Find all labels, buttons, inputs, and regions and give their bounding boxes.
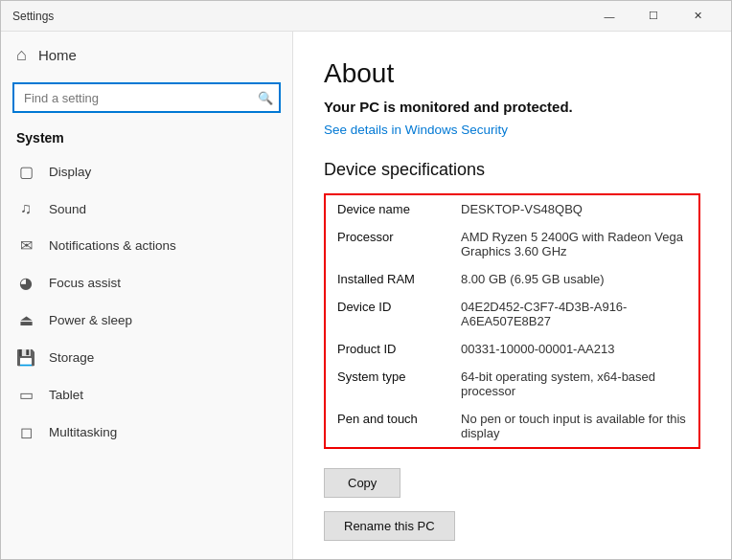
windows-security-link[interactable]: See details in Windows Security (324, 123, 700, 137)
spec-label: Device ID (325, 293, 449, 335)
spec-value: 04E2D452-C3F7-4D3B-A916-A6EA507E8B27 (449, 293, 699, 335)
table-row: Device nameDESKTOP-VS48QBQ (325, 194, 699, 223)
sidebar: ⌂ Home 🔍 System ▢ Display ♫ Sound ✉ Noti… (1, 32, 293, 559)
sidebar-item-multitasking[interactable]: ◻ Multitasking (1, 414, 292, 451)
focus-icon: ◕ (16, 274, 35, 292)
table-row: Device ID04E2D452-C3F7-4D3B-A916-A6EA507… (325, 293, 699, 335)
close-button[interactable]: ✕ (675, 1, 720, 32)
spec-value: 00331-10000-00001-AA213 (449, 335, 699, 363)
spec-label: System type (325, 363, 449, 405)
protection-text: Your PC is monitored and protected. (324, 99, 700, 115)
sound-icon: ♫ (16, 200, 35, 217)
sidebar-item-storage[interactable]: 💾 Storage (1, 339, 292, 376)
sidebar-item-label: Notifications & actions (49, 238, 176, 253)
minimize-button[interactable]: — (587, 1, 631, 32)
rename-pc-button[interactable]: Rename this PC (324, 511, 455, 541)
table-row: Product ID00331-10000-00001-AA213 (325, 335, 699, 363)
sidebar-item-focus[interactable]: ◕ Focus assist (1, 264, 292, 302)
copy-button[interactable]: Copy (324, 468, 400, 498)
sidebar-section-title: System (1, 124, 292, 153)
search-box: 🔍 (12, 82, 281, 113)
display-icon: ▢ (16, 163, 35, 181)
spec-label: Device name (325, 194, 449, 223)
maximize-button[interactable]: ☐ (631, 1, 675, 32)
page-title: About (324, 58, 700, 89)
specs-table: Device nameDESKTOP-VS48QBQProcessorAMD R… (324, 193, 700, 449)
device-specs-title: Device specifications (324, 160, 700, 180)
sidebar-item-power[interactable]: ⏏ Power & sleep (1, 302, 292, 339)
spec-value: DESKTOP-VS48QBQ (449, 194, 699, 223)
spec-value: 8.00 GB (6.95 GB usable) (449, 265, 699, 293)
sidebar-item-label: Sound (49, 202, 86, 216)
content-area: ⌂ Home 🔍 System ▢ Display ♫ Sound ✉ Noti… (1, 32, 731, 559)
notifications-icon: ✉ (16, 236, 35, 255)
sidebar-item-notifications[interactable]: ✉ Notifications & actions (1, 227, 292, 264)
spec-label: Product ID (325, 335, 449, 363)
title-bar: Settings — ☐ ✕ (1, 1, 731, 32)
spec-value: AMD Ryzen 5 2400G with Radeon Vega Graph… (449, 223, 699, 265)
window-title: Settings (12, 10, 587, 23)
tablet-icon: ▭ (16, 386, 35, 404)
spec-label: Processor (325, 223, 449, 265)
search-icon: 🔍 (258, 91, 273, 105)
sidebar-item-display[interactable]: ▢ Display (1, 153, 292, 190)
table-row: System type64-bit operating system, x64-… (325, 363, 699, 405)
power-icon: ⏏ (16, 311, 35, 329)
table-row: ProcessorAMD Ryzen 5 2400G with Radeon V… (325, 223, 699, 265)
sidebar-item-label: Display (49, 165, 91, 179)
multitasking-icon: ◻ (16, 423, 35, 441)
spec-label: Pen and touch (325, 405, 449, 448)
sidebar-item-home[interactable]: ⌂ Home (1, 32, 292, 78)
spec-label: Installed RAM (325, 265, 449, 293)
sidebar-item-label: Power & sleep (49, 313, 132, 327)
table-row: Installed RAM8.00 GB (6.95 GB usable) (325, 265, 699, 293)
main-content: About Your PC is monitored and protected… (293, 32, 731, 559)
sidebar-item-label: Storage (49, 350, 94, 365)
sidebar-item-label: Multitasking (49, 425, 117, 439)
sidebar-item-sound[interactable]: ♫ Sound (1, 190, 292, 227)
spec-value: No pen or touch input is available for t… (449, 405, 699, 448)
table-row: Pen and touchNo pen or touch input is av… (325, 405, 699, 448)
spec-value: 64-bit operating system, x64-based proce… (449, 363, 699, 405)
sidebar-item-label: Focus assist (49, 276, 121, 290)
sidebar-item-tablet[interactable]: ▭ Tablet (1, 376, 292, 414)
sidebar-item-label: Tablet (49, 388, 83, 402)
settings-window: Settings — ☐ ✕ ⌂ Home 🔍 System ▢ Display (0, 0, 732, 560)
home-icon: ⌂ (16, 45, 27, 65)
home-label: Home (38, 47, 77, 63)
search-input[interactable] (12, 82, 281, 113)
window-controls: — ☐ ✕ (587, 1, 720, 32)
storage-icon: 💾 (16, 348, 35, 367)
